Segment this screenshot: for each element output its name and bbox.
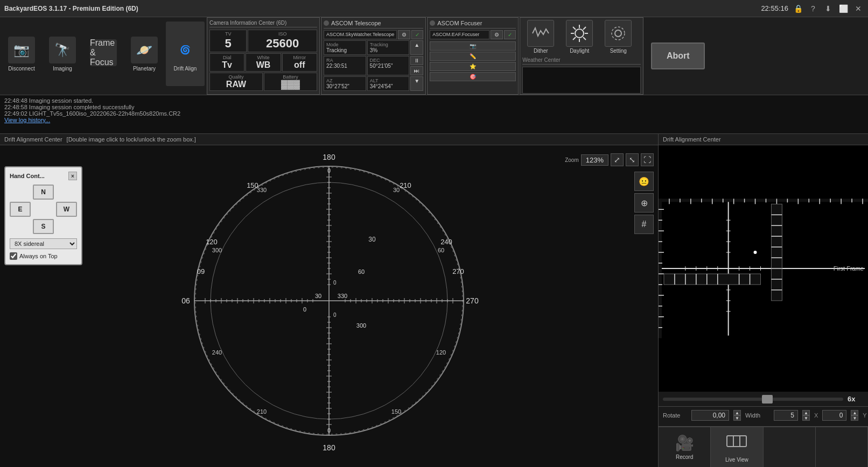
svg-point-9 bbox=[615, 30, 621, 37]
compass-inner-0-top: 0 bbox=[303, 306, 306, 313]
btn4[interactable] bbox=[816, 427, 868, 467]
zoom-slider-thumb[interactable] bbox=[762, 395, 773, 404]
zoom-slider[interactable] bbox=[663, 398, 843, 401]
svg-line-5 bbox=[573, 27, 576, 30]
planetary-button[interactable]: 🪐 Planetary bbox=[125, 22, 164, 86]
rotate-input[interactable] bbox=[691, 410, 729, 421]
outer-label-150: 150 bbox=[391, 408, 401, 415]
focuser-settings-btn[interactable]: ⚙ bbox=[491, 30, 503, 39]
white-label: White bbox=[248, 55, 278, 60]
telescope-down-btn[interactable]: ▼ bbox=[410, 76, 423, 91]
x-label: X bbox=[814, 412, 818, 419]
dial-label: Dial bbox=[212, 55, 242, 60]
side-icon-grid[interactable]: # bbox=[634, 215, 654, 234]
help-icon[interactable]: ? bbox=[808, 3, 818, 14]
frame-focus-button[interactable]: Frame &Focus bbox=[84, 22, 123, 86]
telescope-pause-btn[interactable]: ⏸ bbox=[410, 56, 423, 65]
outer-label-300: 300 bbox=[212, 247, 222, 253]
dither-button[interactable]: Dither bbox=[522, 20, 559, 54]
abort-area: Abort bbox=[646, 17, 710, 95]
telescope-up-btn[interactable]: ▲ bbox=[410, 40, 423, 55]
direction-south[interactable]: S bbox=[33, 219, 54, 234]
svg-rect-168 bbox=[727, 436, 746, 447]
focuser-title: ASCOM Focuser bbox=[437, 20, 482, 26]
width-spinner: ▲ ▼ bbox=[802, 410, 810, 421]
inner-scale-1: 0 bbox=[333, 280, 337, 286]
live-view-label: Live View bbox=[725, 457, 748, 463]
zoom-fullscreen-btn[interactable]: ⛶ bbox=[641, 153, 654, 166]
direction-east[interactable]: E bbox=[10, 202, 31, 217]
maximize-icon[interactable]: ⬜ bbox=[838, 3, 849, 14]
tv-label: TV bbox=[212, 31, 244, 37]
always-on-top-checkbox[interactable] bbox=[10, 252, 17, 260]
battery-cell: Battery ▓▓▓ bbox=[264, 73, 317, 91]
telescope-title: ASCOM Telescope bbox=[331, 20, 381, 26]
compass-container: // This will be rendered via SVG generat… bbox=[173, 145, 485, 457]
x-input[interactable] bbox=[822, 410, 846, 421]
zoom-fill-btn[interactable]: ⤡ bbox=[626, 153, 639, 166]
zoom-fit-btn[interactable]: ⤢ bbox=[611, 153, 624, 166]
live-view-icon bbox=[726, 431, 747, 455]
telescope-settings-btn[interactable]: ⚙ bbox=[398, 30, 410, 39]
battery-label: Battery bbox=[267, 74, 314, 80]
focuser-target-btn[interactable]: 🎯 bbox=[430, 72, 516, 81]
focuser-connect-btn[interactable]: ✓ bbox=[504, 30, 516, 39]
zoom-value: 6x bbox=[848, 395, 864, 403]
outer-label-30: 30 bbox=[393, 187, 400, 193]
white-cell: White WB bbox=[246, 53, 281, 72]
focuser-edit-btn[interactable]: ✏️ bbox=[430, 52, 516, 61]
main-content: Drift Alignment Center [Double image cli… bbox=[0, 134, 868, 467]
speed-select[interactable]: 1X sidereal 2X sidereal 4X sidereal 8X s… bbox=[10, 238, 77, 249]
inner-scale-2: 0 bbox=[333, 312, 337, 318]
telescope-skip-btn[interactable]: ⏭ bbox=[410, 66, 423, 75]
download-icon[interactable]: ⬇ bbox=[823, 3, 834, 14]
focuser-star-btn[interactable]: ⭐ bbox=[430, 62, 516, 71]
drift-panel-title: Drift Alignment Center bbox=[4, 136, 62, 143]
direction-west[interactable]: W bbox=[56, 202, 77, 217]
daylight-button[interactable]: Daylight bbox=[561, 20, 598, 54]
width-label: Width bbox=[745, 412, 769, 419]
width-up-btn[interactable]: ▲ bbox=[802, 410, 810, 415]
svg-point-10 bbox=[612, 27, 625, 40]
width-input[interactable] bbox=[774, 410, 798, 421]
compass-inner-300: 300 bbox=[356, 322, 366, 329]
live-view-button[interactable]: Live View bbox=[711, 427, 763, 467]
view-log-link[interactable]: View log history... bbox=[4, 117, 864, 123]
telescope-connect-btn[interactable]: ✓ bbox=[411, 30, 423, 39]
crosshair-view[interactable]: First Frame bbox=[659, 145, 868, 392]
telescope-alt: ALT 34°24'54" bbox=[367, 76, 410, 91]
dds-panel: Dither Daylight bbox=[520, 17, 643, 95]
hand-controller-close[interactable]: × bbox=[68, 172, 77, 180]
width-down-btn[interactable]: ▼ bbox=[802, 415, 810, 421]
compass-inner-30: 30 bbox=[315, 293, 321, 299]
imaging-icon: 🔭 bbox=[49, 37, 76, 63]
close-icon[interactable]: ✕ bbox=[853, 3, 864, 14]
record-button[interactable]: 🎥 Record bbox=[659, 427, 711, 467]
zoom-bar: Zoom 123% ⤢ ⤡ ⛶ bbox=[565, 153, 654, 166]
drift-align-button[interactable]: 🌀 Drift Align bbox=[166, 22, 205, 86]
compass-label-270-right: 270 bbox=[466, 296, 479, 305]
disconnect-button[interactable]: 📷 Disconnect bbox=[2, 22, 41, 86]
direction-north[interactable]: N bbox=[33, 185, 54, 200]
compass-label-210: 210 bbox=[400, 181, 411, 189]
frame-focus-icon: Frame &Focus bbox=[90, 39, 117, 66]
tv-cell: TV 5 bbox=[209, 30, 247, 52]
svg-rect-150 bbox=[771, 204, 782, 301]
x-down-btn[interactable]: ▼ bbox=[851, 415, 858, 421]
side-icon-face[interactable]: 😐 bbox=[634, 172, 654, 191]
abort-button[interactable]: Abort bbox=[651, 43, 705, 69]
x-up-btn[interactable]: ▲ bbox=[851, 410, 858, 415]
rotate-up-btn[interactable]: ▲ bbox=[733, 410, 741, 415]
setting-button[interactable]: Setting bbox=[600, 20, 636, 54]
rotate-down-btn[interactable]: ▼ bbox=[733, 415, 741, 421]
dds-row: Dither Daylight bbox=[522, 20, 641, 54]
record-label: Record bbox=[676, 454, 693, 460]
lock-icon[interactable]: 🔒 bbox=[793, 3, 803, 14]
focuser-camera-btn[interactable]: 📷 bbox=[430, 41, 516, 51]
imaging-button[interactable]: 🔭 Imaging bbox=[43, 22, 82, 86]
btn3[interactable] bbox=[764, 427, 816, 467]
side-icon-target[interactable]: ⊕ bbox=[634, 193, 654, 213]
dir-empty-3 bbox=[33, 202, 54, 217]
imaging-label: Imaging bbox=[53, 66, 72, 72]
camera-info-title: Camera Information Center (6D) bbox=[209, 20, 317, 27]
